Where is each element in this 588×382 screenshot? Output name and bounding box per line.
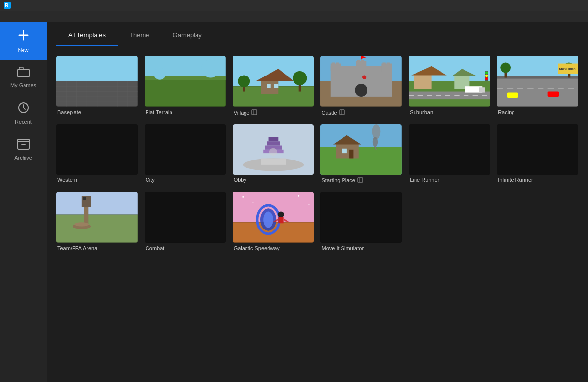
template-thumb-western (56, 124, 138, 175)
svg-rect-50 (357, 60, 360, 63)
svg-rect-12 (56, 56, 138, 81)
template-name-obby: Obby (233, 175, 314, 184)
template-card-combat[interactable]: Combat (145, 192, 226, 252)
archive-icon (17, 138, 30, 152)
titlebar: R (0, 0, 588, 11)
template-name-western: Western (56, 175, 138, 184)
sidebar-item-new[interactable]: New (0, 22, 47, 60)
sidebar-item-archive[interactable]: Archive (0, 131, 47, 168)
template-card-obby[interactable]: Obby (233, 124, 314, 185)
svg-rect-94 (268, 137, 278, 141)
template-card-starting-place[interactable]: Starting Place (320, 124, 402, 185)
template-name-infinite-runner: Infinite Runner (497, 175, 578, 184)
svg-rect-85 (548, 92, 559, 97)
sidebar-item-recent[interactable]: Recent (0, 95, 47, 131)
svg-rect-5 (19, 67, 23, 70)
template-name-text-flat-terrain: Flat Terrain (146, 109, 172, 115)
svg-rect-105 (358, 178, 363, 182)
template-name-text-combat: Combat (146, 245, 165, 251)
svg-rect-87 (145, 124, 226, 175)
template-name-combat: Combat (145, 243, 226, 252)
svg-rect-104 (350, 149, 354, 158)
template-card-flat-terrain[interactable]: Flat Terrain (145, 56, 226, 117)
template-name-text-move-it-simulator: Move It Simulator (321, 245, 364, 251)
tab-all-templates[interactable]: All Templates (56, 25, 118, 46)
template-name-city: City (145, 175, 226, 184)
svg-rect-93 (267, 141, 280, 145)
svg-rect-97 (320, 147, 402, 175)
svg-text:R: R (5, 3, 9, 8)
template-name-castle: Castle (320, 107, 402, 117)
svg-point-128 (298, 195, 299, 197)
template-name-text-line-runner: Line Runner (410, 177, 439, 183)
my-games-label: My Games (10, 82, 36, 88)
template-name-text-team-ffa-arena: Team/FFA Arena (57, 245, 97, 251)
svg-rect-10 (18, 139, 29, 142)
template-card-move-it-simulator[interactable]: Move It Simulator (320, 192, 402, 252)
svg-rect-48 (332, 62, 335, 65)
template-card-team-ffa-arena[interactable]: Team/FFA Arena (56, 192, 138, 252)
content-area: All TemplatesThemeGameplay Baseplate (47, 22, 588, 382)
template-name-move-it-simulator: Move It Simulator (320, 243, 402, 252)
tab-theme[interactable]: Theme (118, 25, 161, 46)
template-card-infinite-runner[interactable]: Infinite Runner (497, 124, 578, 185)
svg-point-95 (269, 148, 277, 156)
template-card-racing[interactable]: Start/Finish Racing (497, 56, 578, 117)
template-thumb-village (233, 56, 314, 107)
svg-rect-39 (274, 84, 278, 88)
tab-gameplay[interactable]: Gameplay (161, 25, 214, 46)
template-name-galactic-speedway: Galactic Speedway (233, 243, 314, 252)
svg-rect-54 (355, 84, 368, 97)
template-thumb-racing: Start/Finish (497, 56, 578, 107)
template-thumb-flat-terrain (145, 56, 226, 107)
svg-point-126 (242, 196, 244, 198)
template-name-village: Village (233, 107, 314, 117)
template-card-galactic-speedway[interactable]: Galactic Speedway (233, 192, 314, 252)
template-card-village[interactable]: Village (233, 56, 314, 117)
svg-rect-53 (387, 62, 390, 65)
template-name-text-city: City (146, 177, 155, 183)
svg-point-69 (485, 72, 488, 74)
template-thumb-castle (320, 56, 402, 107)
svg-rect-110 (56, 215, 138, 243)
svg-point-122 (278, 212, 284, 218)
svg-rect-26 (145, 76, 226, 106)
svg-point-57 (362, 75, 366, 79)
template-name-text-castle: Castle (321, 110, 337, 116)
template-card-city[interactable]: City (145, 124, 226, 185)
sidebar-item-my-games[interactable]: My Games (0, 60, 47, 95)
template-card-suburban[interactable]: Suburban (409, 56, 490, 117)
template-name-text-starting-place: Starting Place (321, 178, 355, 183)
template-name-baseplate: Baseplate (56, 107, 138, 116)
svg-point-70 (485, 75, 488, 77)
templates-grid: Baseplate Flat Terrain Village (47, 46, 588, 382)
template-card-castle[interactable]: Castle (320, 56, 402, 117)
sidebar: New My Games Recent Archive (0, 22, 47, 382)
svg-point-29 (201, 59, 220, 77)
template-card-baseplate[interactable]: Baseplate (56, 56, 138, 117)
template-name-team-ffa-arena: Team/FFA Arena (56, 243, 138, 252)
template-card-line-runner[interactable]: Line Runner (409, 124, 490, 185)
svg-rect-113 (83, 197, 86, 200)
svg-point-121 (263, 212, 273, 228)
template-thumb-galactic-speedway (233, 192, 314, 243)
svg-rect-130 (320, 192, 402, 243)
svg-rect-108 (497, 124, 578, 175)
svg-line-8 (24, 108, 25, 109)
svg-point-79 (500, 62, 511, 73)
svg-point-98 (372, 124, 381, 139)
template-name-racing: Racing (497, 107, 578, 116)
svg-rect-49 (336, 62, 339, 65)
svg-point-28 (153, 68, 166, 80)
template-name-starting-place: Starting Place (320, 175, 402, 185)
template-name-text-infinite-runner: Infinite Runner (498, 177, 533, 183)
svg-rect-103 (342, 148, 347, 153)
svg-point-35 (238, 75, 250, 87)
menubar (0, 11, 588, 22)
template-name-text-baseplate: Baseplate (57, 109, 81, 115)
svg-rect-123 (278, 217, 283, 223)
book-icon (251, 109, 257, 116)
template-name-line-runner: Line Runner (409, 175, 490, 184)
template-card-western[interactable]: Western (56, 124, 138, 185)
svg-point-37 (293, 71, 307, 85)
